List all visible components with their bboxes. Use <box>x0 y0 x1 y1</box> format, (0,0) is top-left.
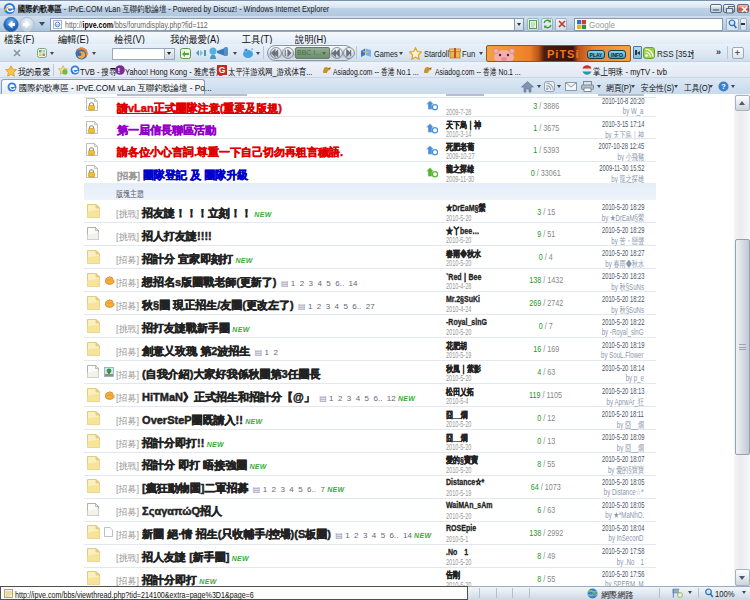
svg-text:!: ! <box>118 66 121 75</box>
svg-text:?: ? <box>721 82 726 91</box>
svg-text:G: G <box>219 65 226 75</box>
